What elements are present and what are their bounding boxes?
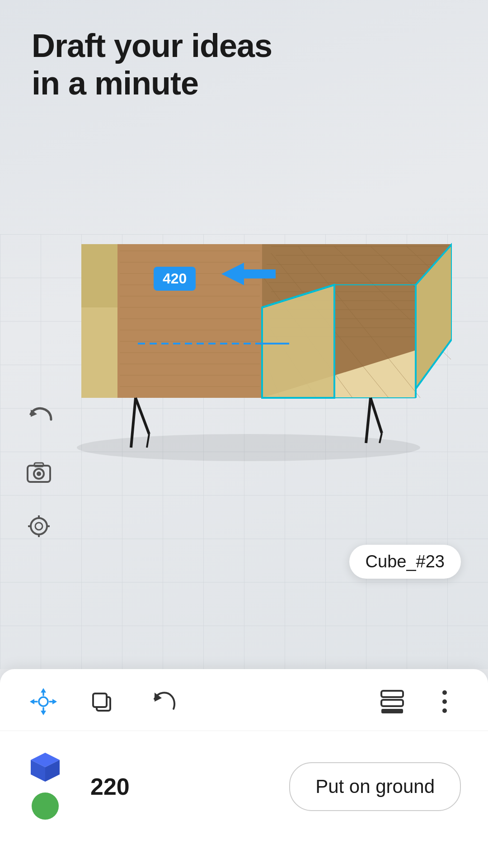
put-on-ground-button[interactable]: Put on ground [289,762,461,811]
measurement-badge: 420 [154,267,196,291]
title-area: Draft your ideas in a minute [32,27,272,102]
svg-rect-85 [381,709,403,713]
more-options-button[interactable] [428,685,461,718]
svg-point-2 [77,434,420,461]
svg-point-86 [442,690,447,695]
blue-arrow [221,260,276,289]
move-tool-button[interactable] [27,685,60,718]
left-toolbar [23,401,55,542]
svg-rect-84 [381,700,403,706]
svg-point-63 [37,472,41,476]
svg-point-88 [442,708,447,713]
toolbar-row [0,669,488,731]
svg-point-93 [32,793,59,820]
duplicate-tool-button[interactable] [87,685,119,718]
furniture-model [45,145,452,461]
svg-marker-59 [221,263,276,285]
paint-tool-button[interactable] [376,685,408,718]
toolbar-right [376,685,461,718]
target-button[interactable] [23,510,55,542]
svg-point-87 [442,699,447,704]
svg-point-65 [31,518,47,534]
svg-marker-7 [81,244,117,307]
page-title: Draft your ideas in a minute [32,27,272,102]
svg-marker-75 [41,711,46,715]
svg-point-71 [39,697,48,706]
object-label[interactable]: Cube_#23 [349,545,461,579]
toolbar-left [27,685,179,718]
svg-marker-77 [30,699,34,704]
svg-point-66 [35,523,42,530]
action-row: 220 Put on ground [0,731,488,838]
height-value: 220 [81,773,271,800]
svg-rect-83 [381,691,403,697]
svg-line-55 [371,398,382,433]
svg-line-52 [136,398,149,434]
svg-marker-73 [41,688,46,693]
3d-viewport[interactable]: Draft your ideas in a minute [0,0,488,669]
undo-tool-button[interactable] [146,685,179,718]
undo-viewport-button[interactable] [23,401,55,434]
object-icon-wrap[interactable] [27,749,63,824]
svg-marker-79 [52,699,57,704]
svg-rect-81 [93,693,107,707]
camera-button[interactable] [23,456,55,488]
svg-line-54 [366,398,371,443]
bottom-panel: 220 Put on ground [0,669,488,868]
